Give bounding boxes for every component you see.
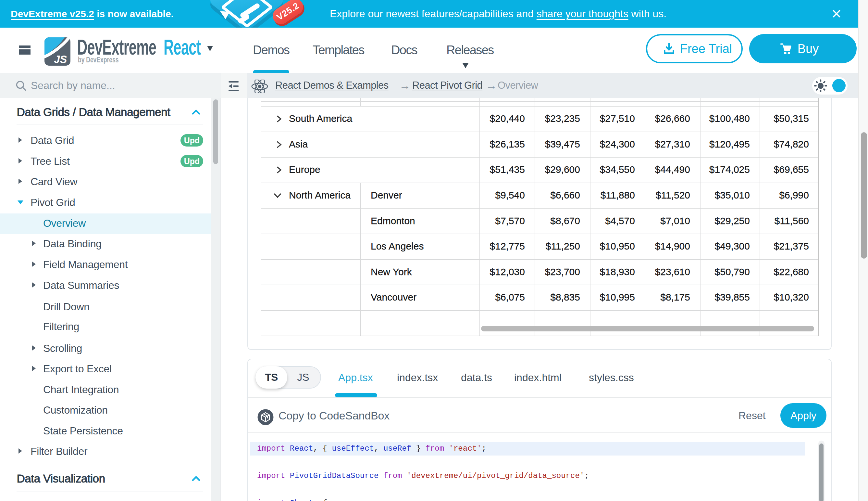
svg-text:JS: JS — [54, 53, 67, 65]
